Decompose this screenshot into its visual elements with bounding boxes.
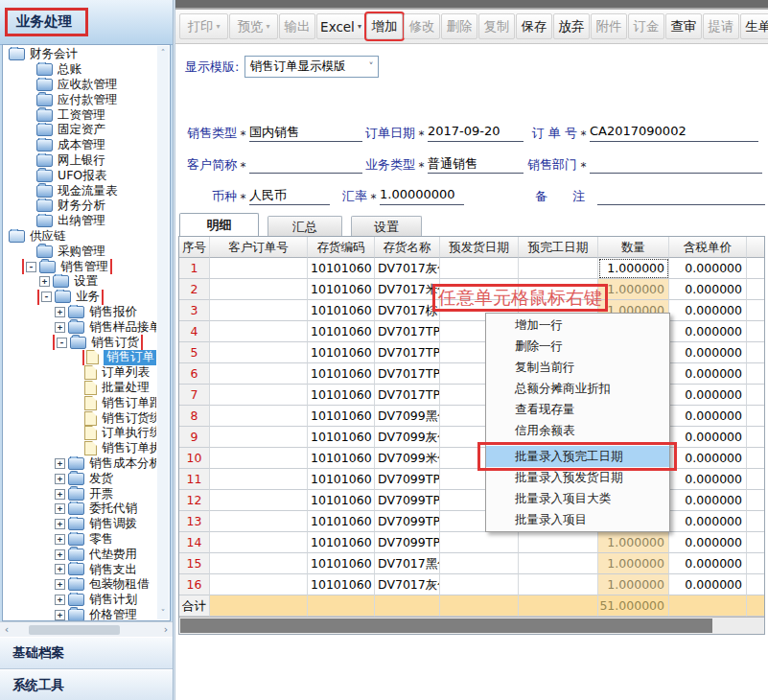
grid-cell[interactable] [210,279,308,300]
toolbar-button-save[interactable]: 保存 [516,13,552,39]
grid-cell[interactable]: DV7017棕色 [375,300,440,321]
grid-cell[interactable]: 0.000000 [669,427,747,448]
grid-cell[interactable] [747,342,764,363]
grid-cell[interactable]: 10101060 [308,258,375,279]
tree-item[interactable]: 销售订单 [4,350,156,365]
tree-item[interactable]: +发货 [4,471,156,486]
grid-cell[interactable]: 10101060 [308,490,375,511]
grid-cell[interactable] [210,406,308,427]
grid-cell[interactable] [210,342,308,363]
grid-cell[interactable] [747,406,764,427]
tree-expander-plus-icon[interactable]: + [55,534,65,545]
toolbar-button-deposit[interactable]: 订金 [628,13,664,39]
grid-cell[interactable] [747,427,764,448]
grid-cell[interactable]: DV7099TP棕 [375,532,440,553]
grid-horizontal-scrollbar[interactable] [179,617,764,634]
grid-cell[interactable]: 0.000000 [669,574,747,595]
grid-cell[interactable]: 0.000000 [669,321,747,342]
tree-item[interactable]: 销售订单跟 [4,395,156,410]
grid-cell[interactable]: 1.000000 [598,258,669,279]
tree-item[interactable]: +销售样品接单 [4,319,156,335]
grid-cell[interactable]: DV7017灰色 [375,574,440,595]
grid-cell[interactable] [747,490,764,511]
grid-cell[interactable] [747,511,764,532]
toolbar-button-modify[interactable]: 修改 [404,13,440,39]
grid-cell[interactable] [747,321,764,342]
toolbar-button-print[interactable]: 打印▾ [179,13,228,39]
tree-item[interactable]: 总账 [4,62,156,78]
tree-expander-plus-icon[interactable]: + [55,307,65,317]
form-field-value[interactable]: 2017-09-20 [428,124,524,142]
dropdown-arrow-icon[interactable]: ▾ [266,22,269,31]
tree-item[interactable]: 销售订货统 [4,410,156,426]
grid-cell[interactable] [519,574,598,595]
scroll-down-icon[interactable]: ˅ [157,608,169,618]
grid-cell[interactable]: 10101060 [308,406,375,427]
tab-detail[interactable]: 明细 [179,213,259,236]
template-selector-dropdown[interactable]: 销售订单显示模版 ˅ [244,56,379,78]
tree-item[interactable]: 供应链 [4,229,156,245]
tree-item[interactable]: 销售订单执 [4,441,156,456]
tree-item[interactable]: -业务 [4,290,156,305]
tree-expander-plus-icon[interactable]: + [55,458,65,469]
tree-expander-plus-icon[interactable]: + [39,276,50,287]
grid-cell[interactable]: 10101060 [308,532,375,553]
grid-cell[interactable] [519,553,598,574]
scroll-right-icon[interactable]: › [159,623,173,637]
tree-item[interactable]: 采购管理 [4,244,156,259]
tree-expander-plus-icon[interactable]: + [55,579,65,590]
tree-item[interactable]: 订单列表 [4,365,156,381]
tree-item[interactable]: +开票 [4,486,156,502]
tree-item[interactable]: 财务会计 [4,47,156,62]
form-field-value[interactable]: 国内销售 [249,124,362,142]
tree-expander-plus-icon[interactable]: + [55,564,65,574]
grid-cell[interactable] [440,532,519,553]
grid-cell[interactable]: 10101060 [308,574,375,595]
grid-cell[interactable]: 0.000000 [669,532,747,553]
tree-expander-plus-icon[interactable]: + [55,322,65,333]
grid-cell[interactable] [747,574,764,595]
grid-cell[interactable]: 2 [179,279,210,300]
form-field-value[interactable]: 普通销售 [428,155,524,174]
grid-cell[interactable]: DV7099灰色 [375,427,440,448]
grid-cell[interactable] [519,258,598,279]
grid-cell[interactable]: 13 [179,511,210,532]
grid-cell[interactable]: 10101060 [308,363,375,385]
grid-cell[interactable] [747,448,764,469]
grid-cell[interactable] [747,385,764,406]
tab-settings[interactable]: 设置 [351,216,422,236]
grid-cell[interactable] [210,427,308,448]
tree-item[interactable]: 订单执行统 [4,426,156,441]
grid-cell[interactable]: 0.000000 [669,511,747,532]
grid-cell[interactable] [210,469,308,490]
grid-cell[interactable]: 10 [179,448,210,469]
grid-cell[interactable]: DV7099TP米 [375,511,440,532]
toolbar-button-submit[interactable]: 提请 [703,13,739,39]
grid-cell[interactable] [747,300,764,321]
menu-item-copy-current-row[interactable]: 复制当前行 [486,357,669,378]
dropdown-arrow-icon[interactable]: ▾ [358,22,361,31]
scroll-left-icon[interactable]: ‹ [0,623,13,637]
grid-cell[interactable] [210,448,308,469]
menu-item-batch-pre-ship-date[interactable]: 批量录入预发货日期 [486,467,669,488]
toolbar-button-output[interactable]: 输出 [279,13,315,39]
toolbar-button-review[interactable]: 查审 [665,13,702,39]
grid-cell[interactable]: DV7017米色 [375,279,440,300]
grid-cell[interactable]: 1.000000 [598,574,669,595]
grid-cell[interactable]: DV7099TP灰 [375,490,440,511]
grid-cell[interactable]: 10101060 [308,321,375,342]
tree-item[interactable]: 财务分析 [4,198,156,214]
grid-cell[interactable] [210,258,308,279]
menu-item-batch-project-class[interactable]: 批量录入项目大类 [486,488,669,509]
grid-cell[interactable]: DV7099米色 [375,448,440,469]
grid-cell[interactable]: 1.000000 [598,553,669,574]
grid-cell[interactable] [747,553,764,574]
grid-cell[interactable] [210,321,308,342]
tree-item[interactable]: 成本管理 [4,138,156,153]
grid-cell[interactable]: 1.000000 [598,532,669,553]
grid-cell[interactable]: 10101060 [308,553,375,574]
grid-cell[interactable] [440,574,519,595]
toolbar-button-delete[interactable]: 删除 [441,13,477,39]
grid-cell[interactable]: DV7017灰色 [375,258,440,279]
grid-cell[interactable]: DV7017TP棕 [375,385,440,406]
